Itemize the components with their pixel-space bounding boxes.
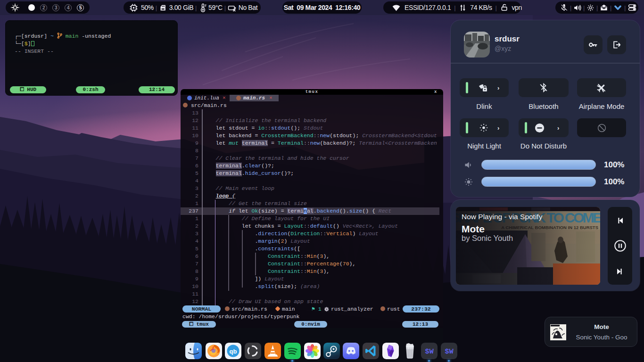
- svg-text:$W: $W: [425, 347, 434, 356]
- svg-text:$W: $W: [445, 347, 454, 356]
- svg-text:qb: qb: [230, 348, 237, 355]
